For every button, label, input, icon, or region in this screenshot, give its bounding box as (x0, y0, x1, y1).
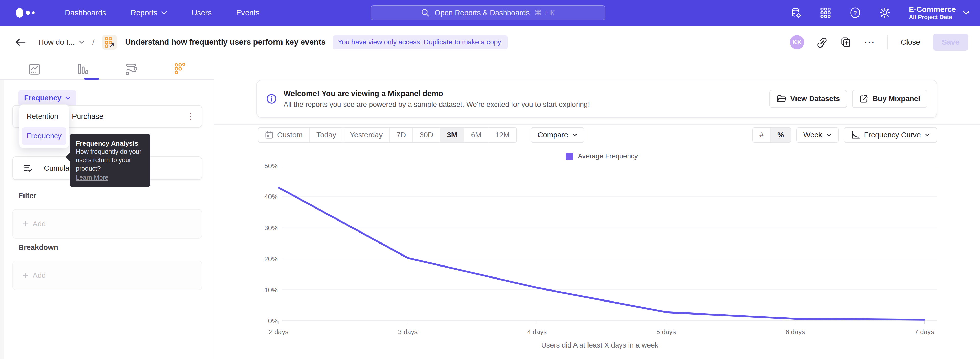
x-axis-tick-label: 2 days (269, 328, 289, 336)
measurement-dropdown-button[interactable]: Frequency (18, 91, 76, 105)
y-axis-tick-label: 50% (264, 162, 278, 170)
dropdown-option-frequency[interactable]: Frequency (22, 127, 66, 145)
project-name: E-Commerce (909, 5, 956, 14)
nav-dashboards[interactable]: Dashboards (65, 8, 106, 17)
y-axis-tick-label: 0% (268, 317, 278, 325)
nav-users[interactable]: Users (192, 8, 212, 17)
range-label: 12M (495, 131, 509, 139)
range-3m-selected[interactable]: 3M (441, 128, 465, 142)
data-management-icon[interactable] (791, 7, 802, 18)
chevron-down-icon (65, 96, 71, 100)
save-button[interactable]: Save (933, 34, 968, 51)
range-yesterday[interactable]: Yesterday (343, 128, 390, 142)
range-custom[interactable]: Custom (258, 128, 310, 142)
view-datasets-button[interactable]: View Datasets (770, 90, 847, 108)
top-nav: Dashboards Reports Users Events Open Rep… (0, 0, 980, 26)
chevron-down-icon (826, 133, 832, 137)
global-search-input[interactable]: Open Reports & Dashboards ⌘ + K (371, 5, 605, 20)
chart-type-label: Frequency Curve (864, 131, 921, 139)
y-axis-tick-label: 10% (264, 286, 278, 294)
range-label: 30D (420, 131, 433, 139)
range-12m[interactable]: 12M (488, 128, 516, 142)
tab-funnels[interactable] (75, 61, 91, 77)
compare-label: Compare (538, 131, 568, 139)
duplicate-icon[interactable] (840, 37, 851, 48)
interval-dropdown[interactable]: Week (796, 127, 838, 143)
chart-controls: # % Week Frequency Curve (752, 127, 937, 143)
breakdown-heading: Breakdown (18, 243, 58, 252)
list-check-icon (23, 163, 33, 173)
tab-retention[interactable] (172, 61, 188, 77)
logo-dot (16, 8, 24, 18)
compare-button[interactable]: Compare (531, 127, 584, 143)
insights-icon (28, 62, 41, 76)
nav-reports[interactable]: Reports (130, 8, 167, 17)
format-percent-option[interactable]: % (771, 128, 791, 142)
legend-item[interactable]: Average Frequency (566, 152, 638, 160)
chart-type-dropdown[interactable]: Frequency Curve (844, 127, 937, 143)
x-axis-tick-label: 3 days (398, 328, 418, 336)
x-axis-tick-label: 6 days (786, 328, 805, 336)
divider (887, 35, 888, 49)
dropdown-option-retention[interactable]: Retention (22, 108, 66, 125)
frequency-chart: 50%40%30%20%10%0%2 days3 days4 days5 day… (255, 161, 944, 340)
search-shortcut: ⌘ + K (534, 8, 555, 17)
tab-flows[interactable] (124, 61, 139, 77)
back-button[interactable] (15, 38, 26, 47)
help-icon[interactable]: ? (850, 7, 861, 18)
breakdown-add-button[interactable]: Add (12, 261, 202, 290)
range-label: Today (317, 131, 336, 139)
range-30d[interactable]: 30D (413, 128, 440, 142)
range-6m[interactable]: 6M (465, 128, 488, 142)
info-icon (266, 94, 277, 104)
close-button[interactable]: Close (900, 38, 920, 46)
nav-label: Events (236, 8, 259, 17)
plus-icon (22, 220, 29, 227)
date-range-group: Custom Today Yesterday 7D 30D 3M 6M 12M (258, 127, 517, 143)
retention-icon (173, 62, 186, 76)
mixpanel-logo[interactable] (16, 8, 35, 18)
view-only-badge[interactable]: You have view only access. Duplicate to … (333, 35, 508, 49)
settings-gear-icon[interactable] (879, 7, 891, 18)
tab-insights[interactable] (27, 61, 42, 77)
nav-label: Dashboards (65, 8, 106, 17)
nav-right: ? E-Commerce All Project Data (791, 0, 970, 26)
logo-dot (26, 11, 30, 15)
breadcrumb-separator: / (92, 38, 94, 47)
legend-label: Average Frequency (578, 152, 638, 160)
mixpanel-app: Dashboards Reports Users Events Open Rep… (0, 0, 980, 359)
project-switcher[interactable]: E-Commerce All Project Data (909, 5, 970, 21)
more-icon[interactable]: ⋯ (864, 40, 875, 45)
tooltip-title: Frequency Analysis (76, 139, 144, 147)
x-axis-tick-label: 7 days (915, 328, 934, 336)
active-tab-underline (84, 78, 99, 80)
buy-mixpanel-button[interactable]: Buy Mixpanel (852, 90, 928, 108)
apps-grid-icon[interactable] (820, 7, 831, 18)
nav-label: Users (192, 8, 212, 17)
frequency-tooltip: Frequency Analysis How frequently do you… (70, 134, 150, 187)
section-divider (215, 124, 980, 125)
percent-icon: % (777, 131, 784, 139)
filter-heading: Filter (18, 191, 37, 200)
x-axis-tick-label: 5 days (656, 328, 676, 336)
event-menu-icon[interactable]: ⋮ (187, 112, 195, 121)
format-number-option[interactable]: # (753, 128, 771, 142)
chevron-down-icon (161, 11, 167, 15)
filter-add-button[interactable]: Add (12, 209, 202, 239)
nav-events[interactable]: Events (236, 8, 259, 17)
nav-label: Reports (130, 8, 158, 17)
report-type-tabs (0, 59, 215, 80)
line-chart-svg: 50%40%30%20%10%0%2 days3 days4 days5 day… (255, 161, 944, 340)
copy-link-icon[interactable] (817, 37, 828, 48)
plus-icon (22, 272, 29, 279)
range-7d[interactable]: 7D (390, 128, 413, 142)
buy-mixpanel-label: Buy Mixpanel (873, 94, 920, 103)
avatar[interactable]: KK (790, 35, 804, 49)
banner-title: Welcome! You are viewing a Mixpanel demo (283, 89, 590, 98)
range-today[interactable]: Today (310, 128, 343, 142)
learn-more-link[interactable]: Learn More (76, 174, 108, 181)
breadcrumb[interactable]: How do I... (38, 38, 84, 46)
chevron-down-icon (79, 40, 84, 44)
value-format-toggle: # % (752, 127, 791, 143)
chevron-down-icon (572, 133, 577, 137)
